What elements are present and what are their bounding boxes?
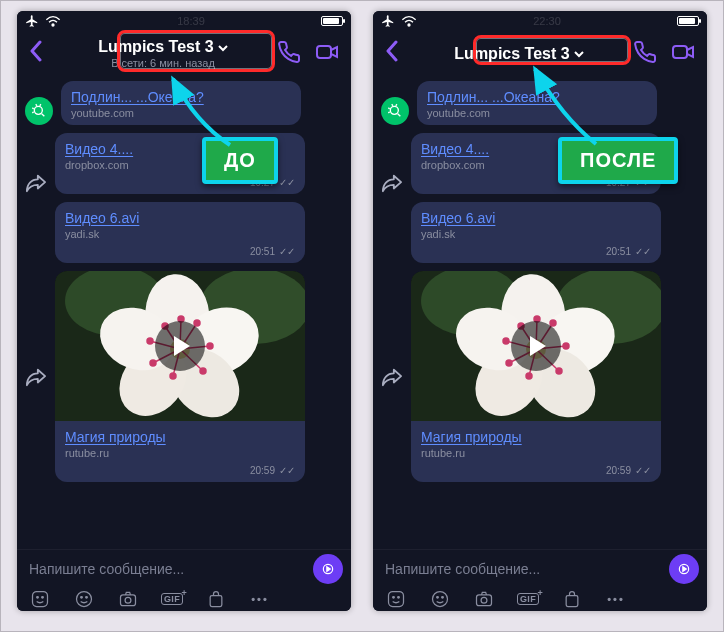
chevron-down-icon <box>574 50 584 58</box>
video-thumbnail[interactable] <box>411 271 661 421</box>
play-icon[interactable] <box>511 321 561 371</box>
shop-button[interactable] <box>561 588 583 610</box>
more-button[interactable]: ••• <box>249 588 271 610</box>
sticker-button[interactable] <box>29 588 51 610</box>
message-bubble[interactable]: Подлин... ...Океана? youtube.com <box>417 81 657 125</box>
share-icon[interactable] <box>25 172 47 194</box>
svg-point-31 <box>42 597 44 599</box>
chat-title-block[interactable]: Lumpics Test 3 <box>409 45 629 63</box>
read-receipt-icon: ✓✓ <box>279 246 295 257</box>
gif-button[interactable]: GIF+ <box>517 588 539 610</box>
read-receipt-icon: ✓✓ <box>279 177 295 188</box>
link-title[interactable]: Видео 6.avi <box>421 210 651 226</box>
link-domain: yadi.sk <box>65 228 295 240</box>
chat-subtitle: В сети: 6 мин. назад <box>111 57 215 70</box>
status-time: 18:39 <box>177 15 205 27</box>
svg-point-71 <box>437 597 439 599</box>
more-button[interactable]: ••• <box>605 588 627 610</box>
share-icon[interactable] <box>381 366 403 388</box>
message-time: 20:59 <box>606 465 631 476</box>
emoji-button[interactable] <box>429 588 451 610</box>
sticker-button[interactable] <box>385 588 407 610</box>
emoji-button[interactable] <box>73 588 95 610</box>
svg-rect-35 <box>121 595 136 606</box>
svg-point-2 <box>34 106 42 114</box>
callout-before: ДО <box>202 137 278 184</box>
svg-point-61 <box>506 360 512 366</box>
back-button[interactable] <box>23 40 49 68</box>
send-button[interactable] <box>669 554 699 584</box>
read-receipt-icon: ✓✓ <box>635 246 651 257</box>
message-bubble[interactable]: Подлин... ...Океана? youtube.com <box>61 81 301 125</box>
svg-rect-37 <box>210 596 222 607</box>
svg-rect-39 <box>673 46 687 58</box>
svg-rect-73 <box>477 595 492 606</box>
avatar[interactable] <box>381 97 409 125</box>
svg-point-63 <box>503 338 509 344</box>
svg-point-17 <box>207 343 213 349</box>
svg-point-36 <box>125 597 131 603</box>
svg-point-19 <box>200 368 206 374</box>
shop-button[interactable] <box>205 588 227 610</box>
svg-point-33 <box>81 597 83 599</box>
message-time: 20:59 <box>250 465 275 476</box>
camera-button[interactable] <box>473 588 495 610</box>
link-title[interactable]: Магия природы <box>421 429 651 445</box>
battery-icon <box>321 16 343 26</box>
avatar[interactable] <box>25 97 53 125</box>
link-title[interactable]: Видео 6.avi <box>65 210 295 226</box>
link-title[interactable]: Магия природы <box>65 429 295 445</box>
status-bar: 22:30 <box>373 11 707 31</box>
link-domain: rutube.ru <box>421 447 651 459</box>
message-time: 20:51 <box>250 246 275 257</box>
chat-title-block[interactable]: Lumpics Test 3 В сети: 6 мин. назад <box>53 38 273 69</box>
share-icon[interactable] <box>25 366 47 388</box>
svg-point-34 <box>86 597 88 599</box>
link-title[interactable]: Подлин... ...Океана? <box>427 89 647 105</box>
svg-point-30 <box>37 597 39 599</box>
messages-list[interactable]: Подлин... ...Океана? youtube.com Видео 4… <box>17 77 351 549</box>
call-button[interactable] <box>277 40 301 68</box>
chat-title: Lumpics Test 3 <box>454 45 569 63</box>
link-domain: youtube.com <box>427 107 647 119</box>
read-receipt-icon: ✓✓ <box>635 465 651 476</box>
video-thumbnail[interactable] <box>55 271 305 421</box>
read-receipt-icon: ✓✓ <box>279 465 295 476</box>
send-button[interactable] <box>313 554 343 584</box>
svg-point-38 <box>408 24 410 26</box>
call-button[interactable] <box>633 40 657 68</box>
back-button[interactable] <box>379 40 405 68</box>
message-input[interactable]: Напишите сообщение... <box>25 561 305 577</box>
camera-button[interactable] <box>117 588 139 610</box>
callout-after: ПОСЛЕ <box>558 137 678 184</box>
link-title[interactable]: Подлин... ...Океана? <box>71 89 291 105</box>
airplane-mode-icon <box>25 14 39 28</box>
phone-after: 22:30 Lumpics Test 3 <box>373 11 707 611</box>
video-call-button[interactable] <box>315 40 339 68</box>
svg-point-55 <box>563 343 569 349</box>
gif-button[interactable]: GIF+ <box>161 588 183 610</box>
svg-point-0 <box>52 24 54 26</box>
svg-point-68 <box>393 597 395 599</box>
input-bar: Напишите сообщение... GIF+ ••• <box>373 549 707 611</box>
message-input[interactable]: Напишите сообщение... <box>381 561 661 577</box>
svg-point-25 <box>147 338 153 344</box>
share-icon[interactable] <box>381 172 403 194</box>
svg-point-21 <box>170 373 176 379</box>
svg-point-59 <box>526 373 532 379</box>
message-bubble[interactable]: Видео 6.avi yadi.sk 20:51 ✓✓ <box>411 202 661 263</box>
message-bubble[interactable]: Видео 6.avi yadi.sk 20:51 ✓✓ <box>55 202 305 263</box>
play-icon[interactable] <box>155 321 205 371</box>
svg-point-70 <box>433 592 448 607</box>
video-message-bubble[interactable]: Магия природы rutube.ru 20:59 ✓✓ <box>411 271 661 482</box>
airplane-mode-icon <box>381 14 395 28</box>
input-bar: Напишите сообщение... GIF+ ••• <box>17 549 351 611</box>
battery-icon <box>677 16 699 26</box>
navbar: Lumpics Test 3 В сети: 6 мин. назад <box>17 31 351 77</box>
svg-point-32 <box>77 592 92 607</box>
video-call-button[interactable] <box>671 40 695 68</box>
navbar: Lumpics Test 3 <box>373 31 707 77</box>
video-message-bubble[interactable]: Магия природы rutube.ru 20:59 ✓✓ <box>55 271 305 482</box>
link-domain: rutube.ru <box>65 447 295 459</box>
chevron-down-icon <box>218 44 228 52</box>
